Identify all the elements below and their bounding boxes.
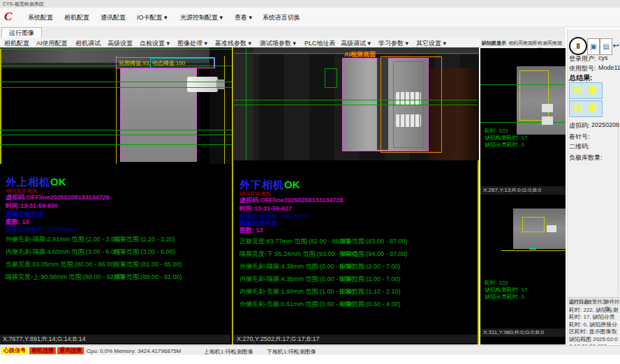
alarm-range: 报警范围:(2.20 - 3.20) xyxy=(114,235,175,244)
thumb2-cyan-tick xyxy=(529,248,536,250)
left-elapsed: 图像处理耗时: 258.00ms xyxy=(6,225,75,234)
camera-snapshot-button[interactable]: ▣ xyxy=(587,38,600,55)
tab-connector-blob xyxy=(187,77,218,92)
measurement-row: 内侧毛刺-隔膜:4.60mm 范围:(3.00 - 6.00) xyxy=(6,248,120,257)
tab-defect-view[interactable]: 缺陷图显示 xyxy=(482,40,506,47)
tab-run-image[interactable]: 运行图像 xyxy=(1,27,42,38)
baseline-line xyxy=(480,84,566,85)
alarm-range: 报警范围:(2.00 - 7.00) xyxy=(339,275,401,284)
menu-system-config[interactable]: 系统配置 xyxy=(28,13,53,22)
left-camera-panel[interactable]: 轮廓阈值:93, 动态阈值:100 外上相机OK MES反馈:离线 虚拟码:OF… xyxy=(0,47,232,344)
defect-blob xyxy=(396,92,421,105)
thumb-tab-row: 缺陷图显示 相机画面观察 检测画面观察 xyxy=(480,39,566,49)
baseline-line xyxy=(246,47,246,160)
menu-language-switch[interactable]: 系统语言切换 xyxy=(263,13,300,22)
status-bar: 心跳信号 相机连接 通讯连接 Cpu: 0.0% Memory: 3424.41… xyxy=(0,345,620,356)
tab-camera-view[interactable]: 相机画面观察 xyxy=(508,40,538,47)
pause-button[interactable]: ‖ xyxy=(569,37,587,55)
threshold-roi-box: 轮廓阈值:93, 动态阈值:100 xyxy=(116,57,215,68)
menu-light-config[interactable]: 光源控制配置 ▾ xyxy=(180,13,223,22)
baseline-line xyxy=(234,100,478,100)
qr-code-label: 二维码: xyxy=(569,142,590,151)
thumbnail-view-2[interactable]: 耗时: 222 缺陷检测耗时: 17 缺陷分类耗时: 0 xyxy=(480,197,566,328)
tab-run-log[interactable]: 运行日志 xyxy=(569,298,589,305)
alarm-range: 报警范围:(1.10 - 2.10) xyxy=(339,287,401,296)
middle-frame-count: 图数: 13 xyxy=(239,226,263,235)
thumb2-roi-box xyxy=(522,217,545,232)
baseline-line xyxy=(0,87,232,88)
left-camera-ok: OK xyxy=(50,176,66,188)
alarm-range: 报警范围:(81.00 - 85.00) xyxy=(114,260,182,269)
measure-line xyxy=(116,56,117,164)
baseline-line xyxy=(0,49,232,50)
alarm-range: 报警范围:(89.00 - 91.00) xyxy=(114,273,182,282)
menu-view[interactable]: 查看 ▾ xyxy=(235,13,252,22)
defect-blob xyxy=(396,114,421,127)
log-tab-row: 运行日志 报警日志 操作日志 xyxy=(568,297,620,306)
thumbnail-view-1[interactable]: 耗时: 222 缺陷检测耗时: 17 缺陷分类耗时: 0 xyxy=(480,48,566,186)
view-tab-row: 运行图像 xyxy=(0,26,566,38)
menu-bar: C 系统配置 相机配置 通讯配置 IO卡配置 ▾ 光源控制配置 ▾ 查看 ▾ 系… xyxy=(0,8,620,27)
measure-line xyxy=(224,56,225,164)
app-window: CYS-视觉检测系统 C 系统配置 相机配置 通讯配置 IO卡配置 ▾ 光源控制… xyxy=(0,0,620,364)
thumb1-blob xyxy=(542,116,553,125)
footer-blank xyxy=(0,355,620,364)
vcode-value: 20250208 xyxy=(591,121,619,128)
measurement-row: 正极宽度:83.77mm 范围:(82.00 - 88.00) xyxy=(239,237,350,246)
right-sidebar: ‖ ▣ ▤ ↩ 登录用户: cys 使用型号: Mode11 总结果: 结 果 … xyxy=(567,29,620,344)
baseline-line xyxy=(234,105,478,105)
main-viewport-area: 轮廓阈值:93, 动态阈值:100 外上相机OK MES反馈:离线 虚拟码:OF… xyxy=(0,47,479,344)
result-badge-1: 结 果 xyxy=(569,82,603,99)
measurement-row: 外侧毛刺-隔膜:2.91mm 范围:(2.00 - 3.50) xyxy=(6,235,120,244)
measurement-row: 隔膜宽度-上:90.56mm 范围:(88.00 - 92.00) xyxy=(6,273,124,282)
measurement-row: 内侧毛刺-隔膜:4.35mm 范围:(0.00 - 9.00) xyxy=(239,275,354,284)
left-camera-title: 外上相机 xyxy=(6,176,50,188)
app-logo-icon: C xyxy=(4,10,12,24)
thumb1-pixel-coords: X:267,Y:13;R:0;G:0;B:0 xyxy=(480,186,566,195)
sidebar-divider xyxy=(618,127,619,294)
measurement-row: 外侧毛刺-负极:0.61mm 范围:(0.60 - 4.00) xyxy=(239,300,354,309)
menu-camera-config[interactable]: 相机配置 xyxy=(64,13,89,22)
result-badge-2: 结 果 xyxy=(569,100,603,117)
ai-view-label: AI检测画面 xyxy=(344,50,376,59)
login-user-value: cys xyxy=(598,54,608,61)
thumbnail-column: 缺陷图显示 相机画面观察 检测画面观察 耗时: 222 缺陷检测耗时: 17 缺… xyxy=(480,39,566,344)
model-value: Mode11 xyxy=(598,64,620,71)
baseline-line xyxy=(0,135,232,135)
measurement-row: 内侧毛刺-负极:1.90mm 范围:(1.00 - 2.20) xyxy=(239,287,354,296)
left-pixel-coords: X:7677,Y:891;R:14;G:14;B:14 xyxy=(0,335,230,343)
vcode-label: 虚拟码: xyxy=(569,121,590,130)
thumb2-marker-line xyxy=(501,250,566,251)
model-label: 使用型号: xyxy=(569,64,596,73)
battery-cell-image xyxy=(120,68,197,162)
edge-marker-line xyxy=(0,49,1,164)
tab-alarm-log[interactable]: 报警日志 xyxy=(587,298,607,305)
alarm-range: 报警范围:(2.00 - 7.00) xyxy=(339,262,401,271)
alarm-range: 报警范围:(3.00 - 6.00) xyxy=(114,248,175,257)
baseline-line xyxy=(0,144,232,145)
login-user-label: 登录用户: xyxy=(569,54,596,63)
baseline-line xyxy=(0,82,232,82)
return-arrow-button[interactable]: ↩ xyxy=(611,40,620,50)
middle-dark-column xyxy=(234,47,253,160)
menu-comm-config[interactable]: 通讯配置 xyxy=(101,13,126,22)
menu-io-config[interactable]: IO卡配置 ▾ xyxy=(137,13,168,22)
comm-connect-badge: 通讯连接 xyxy=(57,347,84,354)
negative-count-label: 负极库数量: xyxy=(569,153,603,162)
camera-connect-badge: 相机连接 xyxy=(29,347,56,354)
thumb2-blob xyxy=(547,225,556,232)
middle-camera-panel[interactable]: AI检测画面 外下相机OK MES反馈:离线 虚拟码:OFFline202502… xyxy=(234,47,478,344)
alarm-range: 报警范围:(94.00 - 97.00) xyxy=(339,250,408,259)
alarm-range: 报警范围:(83.00 - 87.00) xyxy=(339,237,408,246)
alarm-range: 报警范围:(0.60 - 4.00) xyxy=(339,300,401,309)
pin-number-label: 卷针号: xyxy=(569,132,590,142)
heartbeat-badge: 心跳信号 xyxy=(1,347,28,354)
roi-box-green xyxy=(325,68,337,88)
total-result-label: 总结果: xyxy=(569,73,592,83)
threshold-label: 轮廓阈值:93, 动态阈值:100 xyxy=(119,59,185,67)
middle-pixel-coords: X:270,Y:2502;R:17;G:17;B:17 xyxy=(234,335,478,343)
middle-camera-title: 外下相机 xyxy=(239,179,284,190)
window-title: CYS-视觉检测系统 xyxy=(3,1,44,8)
cpu-memory-status: Cpu: 0.0% Memory: 3424.41796875M xyxy=(87,348,181,354)
thumb1-overlay-line: 缺陷分类耗时: 0 xyxy=(485,141,524,149)
